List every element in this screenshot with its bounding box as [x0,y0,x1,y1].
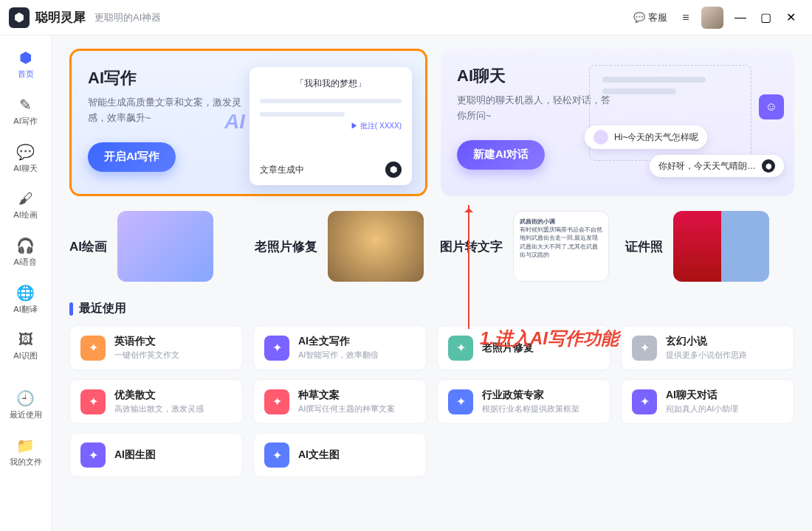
ai-badge-icon: AI [224,110,245,133]
recent-card[interactable]: ✦种草文案AI撰写任何主题的种草文案 [253,379,427,424]
feature-ocr[interactable]: 图片转文字武昌街的小调有时候到重庆喝茶书总会不自然地到武昌街去走一回,最近发现武… [440,211,609,282]
writing-preview-card: AI 「我和我的梦想」 ▶ 批注( XXXX) 文章生成中 ⬢ [250,67,412,185]
recent-card-title: 玄幻小说 [666,335,747,348]
clock-icon: 🕘 [16,389,35,407]
titlebar: ⬢ 聪明灵犀 更聪明的AI神器 💬 客服 ≡ — ▢ ✕ [0,0,812,35]
recent-card-icon: ✦ [632,336,657,361]
ocr-sample-head: 武昌街的小调 [520,218,555,225]
user-avatar[interactable] [701,7,723,29]
sidebar-item-ocr[interactable]: 🖼AI识图 [4,325,48,366]
brush-icon: 🖌 [18,190,33,207]
recent-card[interactable]: ✦行业政策专家根据行业名称提供政策框架 [437,379,610,424]
feature-title: AI绘画 [69,238,107,255]
sidebar-item-label: AI聊天 [13,163,37,174]
feature-title: 证件照 [625,238,663,255]
hero-card-writing[interactable]: AI写作 智能生成高质量文章和文案，激发灵感，效率飙升~ 开启AI写作 AI 「… [69,49,427,196]
recent-card-title: 行业政策专家 [482,389,579,402]
recent-card-icon: ✦ [80,389,106,414]
recent-card-icon: ✦ [80,442,106,468]
recent-card[interactable]: ✦优美散文高效输出散文，激发灵感 [69,379,243,424]
chat-bubble: 你好呀，今天天气晴朗…⬢ [650,155,784,177]
recent-card-title: 英语作文 [114,335,179,348]
recent-card-icon: ✦ [264,336,289,361]
headphone-icon: 🎧 [16,237,35,254]
window-maximize-button[interactable]: ▢ [753,7,778,29]
start-writing-button[interactable]: 开启AI写作 [88,142,176,172]
recent-card-sub: AI智能写作，效率翻倍 [298,350,379,361]
cta-label: 新建AI对话 [473,148,529,162]
preview-title: 「我和我的梦想」 [260,77,402,90]
bubble-text: 你好呀，今天天气晴朗… [658,160,756,173]
hero-subtitle: 智能生成高质量文章和文案，激发灵感，效率飙升~ [88,95,243,126]
id-photo-thumb-icon [673,211,769,282]
recent-card-icon: ✦ [632,389,657,414]
recent-card[interactable]: ✦AI全文写作AI智能写作，效率翻倍 [253,325,427,370]
support-button[interactable]: 💬 客服 [626,7,675,29]
painting-thumb-icon [117,211,213,282]
sidebar-item-label: AI翻译 [13,304,37,315]
sidebar-item-translate[interactable]: 🌐AI翻译 [4,278,48,319]
recent-card[interactable]: ✦老照片修复 [437,325,610,370]
accent-bar-icon [69,302,73,316]
sidebar-item-writing[interactable]: ✎AI写作 [4,90,48,131]
chat-icon: 💬 [16,143,35,161]
recent-heading: 最近使用 [69,301,794,316]
photo-thumb-icon [328,211,424,282]
sidebar-item-label: 我的文件 [10,457,42,468]
sidebar-item-chat[interactable]: 💬AI聊天 [4,137,48,178]
sidebar-item-label: AI识图 [13,350,37,361]
home-icon: ⬢ [19,49,32,66]
cta-label: 开启AI写作 [104,150,159,164]
feature-title: 老照片修复 [255,238,317,255]
recent-card-icon: ✦ [448,336,473,361]
main-content: AI写作 智能生成高质量文章和文案，激发灵感，效率飙升~ 开启AI写作 AI 「… [52,35,812,531]
sidebar-item-label: Ai语音 [14,257,38,268]
recent-card[interactable]: ✦AI图生图 [69,433,243,477]
feature-title: 图片转文字 [440,238,503,255]
window-minimize-button[interactable]: — [728,7,753,29]
avatar-icon [593,130,608,145]
recent-card-title: AI图生图 [114,448,156,462]
sidebar-item-home[interactable]: ⬢首页 [4,43,48,84]
recent-card[interactable]: ✦英语作文一键创作英文作文 [69,325,243,370]
hero-card-chat[interactable]: AI聊天 更聪明的聊天机器人，轻松对话，答你所问~ 新建AI对话 ☺ Hi~今天… [441,49,794,196]
sidebar-item-label: AI写作 [13,116,37,127]
feature-painting[interactable]: AI绘画 [69,211,238,282]
window-close-button[interactable]: ✕ [778,7,803,29]
recent-card-sub: 宛如真人的AI小助理 [666,403,738,414]
hex-logo-icon: ⬢ [762,159,775,173]
recent-card-title: AI全文写作 [298,335,379,348]
recent-heading-text: 最近使用 [79,301,126,316]
bubble-text: Hi~今天的天气怎样呢 [614,131,698,144]
globe-icon: 🌐 [16,284,35,302]
ocr-sample-body: 有时候到重庆喝茶书总会不自然地到武昌街去走一回,最近发现武昌街大大不同了,尤其在… [520,226,602,258]
recent-card-title: AI聊天对话 [666,389,738,402]
feature-id-photo[interactable]: 证件照 [625,211,794,282]
sidebar-item-voice[interactable]: 🎧Ai语音 [4,231,48,272]
sidebar-item-label: 首页 [18,69,34,80]
chat-bubble: Hi~今天的天气怎样呢 [585,125,707,149]
recent-card-icon: ✦ [264,442,289,468]
sidebar-item-label: 最近使用 [10,409,42,420]
recent-card[interactable]: ✦AI文生图 [253,433,427,477]
hamburger-menu-icon[interactable]: ≡ [675,7,697,29]
sidebar-item-files[interactable]: 📁我的文件 [4,431,48,472]
recent-card[interactable]: ✦玄幻小说提供更多小说创作思路 [621,325,794,370]
recent-card-sub: AI撰写任何主题的种草文案 [298,403,395,414]
feature-photo-restore[interactable]: 老照片修复 [255,211,424,282]
recent-card-title: AI文生图 [298,448,340,462]
chat-bubble-icon: 💬 [633,12,645,23]
sidebar-item-paint[interactable]: 🖌AI绘画 [4,184,48,225]
recent-card-sub: 根据行业名称提供政策框架 [482,403,579,414]
pen-icon: ✎ [19,96,32,114]
new-chat-button[interactable]: 新建AI对话 [457,140,545,170]
sidebar-item-recent[interactable]: 🕘最近使用 [4,384,48,425]
recent-card[interactable]: ✦AI聊天对话宛如真人的AI小助理 [621,379,794,424]
recent-card-sub: 提供更多小说创作思路 [666,350,747,361]
recent-card-icon: ✦ [448,389,473,414]
app-logo-icon: ⬢ [9,7,30,28]
recent-card-icon: ✦ [80,336,106,361]
recent-card-title: 老照片修复 [482,341,534,355]
recent-card-title: 优美散文 [114,389,204,402]
recent-card-sub: 高效输出散文，激发灵感 [114,403,204,414]
